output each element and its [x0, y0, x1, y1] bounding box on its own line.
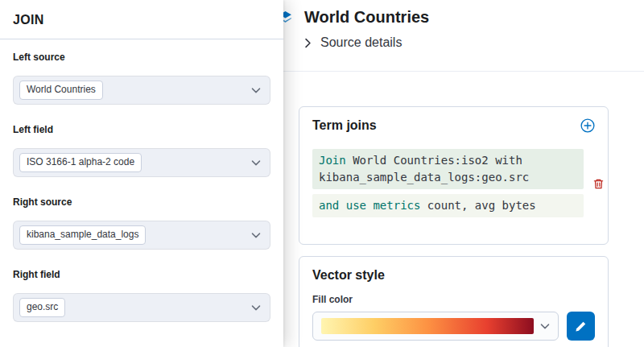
metrics-keyword: and use metrics [319, 199, 420, 212]
right-source-value: kibana_sample_data_logs [19, 225, 146, 245]
panel-header-divider [283, 71, 644, 72]
kibana-maps-screen: World Countries Source details Term join… [0, 0, 644, 347]
chevron-down-icon [540, 321, 550, 331]
chevron-down-icon [251, 158, 261, 167]
left-field-combobox[interactable]: ISO 3166-1 alpha-2 code [13, 148, 270, 177]
right-field-group: Right field geo.src [13, 269, 270, 322]
right-source-group: Right source kibana_sample_data_logs [13, 196, 270, 250]
term-joins-header: Term joins [312, 118, 595, 133]
metrics-text: count, avg bytes [420, 199, 535, 212]
source-details-label: Source details [320, 35, 402, 50]
chevron-down-icon [251, 230, 261, 240]
delete-join-button[interactable] [592, 178, 605, 190]
vector-style-card: Vector style Fill color [299, 256, 609, 347]
join-expression: Join World Countries:iso2 with kibana_sa… [312, 149, 584, 217]
right-source-combobox[interactable]: kibana_sample_data_logs [13, 221, 270, 250]
layer-panel-title: World Countries [304, 8, 429, 27]
chevron-right-icon [303, 38, 313, 48]
fill-color-row [312, 312, 595, 341]
source-details-toggle[interactable]: Source details [303, 35, 402, 50]
join-sources-text: World Countries:iso2 with kibana_sample_… [319, 154, 529, 184]
vector-style-heading: Vector style [312, 268, 595, 283]
pencil-icon [575, 320, 587, 333]
chevron-down-icon [251, 85, 261, 95]
join-flyout-title: JOIN [13, 13, 270, 27]
term-joins-heading: Term joins [312, 118, 377, 133]
join-expression-sources: Join World Countries:iso2 with kibana_sa… [312, 149, 584, 189]
left-field-group: Left field ISO 3166-1 alpha-2 code [13, 124, 270, 177]
join-flyout: JOIN Left source World Countries Left fi… [0, 0, 283, 347]
color-ramp-preview [321, 318, 534, 334]
left-field-label: Left field [13, 124, 270, 135]
join-keyword: Join [319, 154, 346, 167]
right-source-label: Right source [13, 196, 270, 208]
left-source-value: World Countries [19, 81, 103, 100]
chevron-down-icon [251, 303, 261, 312]
fill-color-label: Fill color [312, 294, 595, 305]
edit-fill-color-button[interactable] [567, 312, 595, 341]
join-flyout-divider [0, 39, 283, 39]
right-field-value: geo.src [19, 298, 65, 317]
right-field-combobox[interactable]: geo.src [13, 293, 270, 322]
color-ramp-select[interactable] [312, 312, 559, 341]
left-source-label: Left source [13, 52, 270, 63]
join-expression-metrics: and use metrics count, avg bytes [312, 194, 584, 217]
left-source-group: Left source World Countries [13, 52, 270, 105]
left-field-value: ISO 3166-1 alpha-2 code [19, 153, 142, 172]
right-field-label: Right field [13, 269, 270, 280]
left-source-combobox[interactable]: World Countries [13, 76, 270, 105]
add-join-button[interactable] [580, 118, 595, 133]
term-joins-card: Term joins Join World Countries:iso2 wit… [299, 106, 609, 245]
